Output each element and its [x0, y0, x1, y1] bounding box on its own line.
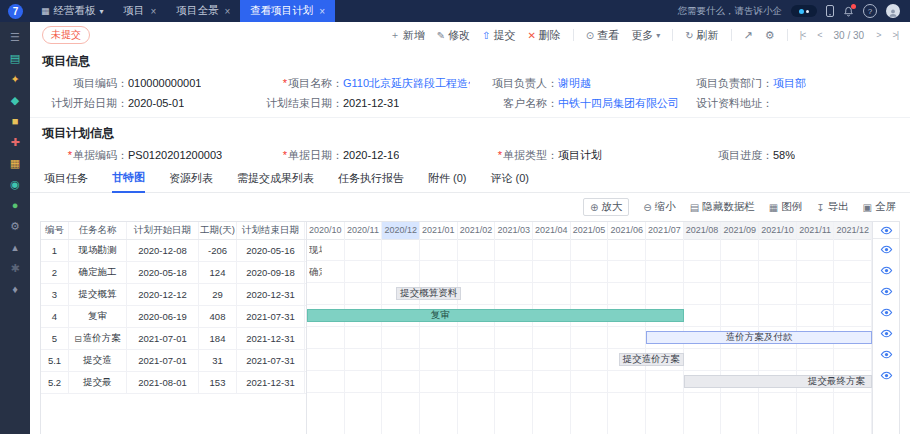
view-row-eye-icon[interactable] — [873, 239, 899, 260]
gantt-table-row[interactable]: 4复审2020-06-194082021-07-31 — [41, 306, 306, 328]
pager-prev-button[interactable]: < — [817, 30, 821, 40]
gantt-table-row[interactable]: 2确定施工2020-05-181242020-09-18 — [41, 262, 306, 284]
share-icon[interactable]: ↗ — [744, 29, 753, 42]
refresh-button[interactable]: ↻刷新 — [685, 28, 718, 43]
calendar-icon[interactable]: ▦ — [10, 158, 20, 169]
gantt-table-row[interactable]: 5⊟造价方案2021-07-011842021-12-31 — [41, 328, 306, 350]
legend-button[interactable]: ▦图例 — [769, 200, 802, 214]
power-icon[interactable]: ✱ — [10, 263, 19, 274]
menu-icon[interactable]: ☰ — [10, 32, 20, 43]
shield-icon[interactable]: ◆ — [11, 95, 19, 106]
gantt-row[interactable]: 复审 — [307, 305, 872, 327]
gantt-row[interactable]: 提交造价方案 — [307, 349, 872, 371]
help-icon[interactable]: ? — [863, 4, 877, 18]
close-icon[interactable]: × — [151, 6, 157, 17]
gantt-row[interactable]: 确定施工方案 — [307, 261, 872, 283]
field-value-link[interactable]: 中铁十四局集团有限公司 — [558, 96, 679, 111]
view-row-eye-icon[interactable] — [873, 302, 899, 323]
close-icon[interactable]: × — [319, 6, 325, 17]
gantt-bar[interactable]: 现场勘测 — [309, 244, 322, 257]
form-field: 计划结束日期：2021-12-31 — [255, 93, 470, 113]
tools-icon[interactable]: ♦ — [12, 284, 18, 295]
field-value-link[interactable]: 项目部 — [773, 76, 806, 91]
zoom-out-button[interactable]: ⊖缩小 — [643, 200, 675, 214]
report-icon[interactable]: ✦ — [10, 74, 19, 85]
field-value-link[interactable]: G110北京延庆路段工程造价项目 — [343, 76, 470, 91]
pager-next-button[interactable]: > — [876, 30, 880, 40]
tab-deliverables[interactable]: 需提交成果列表 — [237, 171, 314, 192]
tab-business-dashboard[interactable]: ▦经营看板▾ — [31, 0, 114, 22]
field-value: PS0120201200003 — [128, 149, 222, 161]
gantt-bar[interactable]: 提交概算资料 — [396, 287, 461, 300]
bell-icon[interactable] — [843, 6, 854, 17]
view-row-eye-icon[interactable] — [873, 281, 899, 302]
more-button[interactable]: 更多▾ — [631, 28, 660, 43]
message-icon[interactable]: ✚ — [10, 137, 19, 148]
view-button[interactable]: ⊙查看 — [586, 28, 619, 43]
fullscreen-button[interactable]: ▣全屏 — [863, 200, 896, 214]
package-icon[interactable]: ■ — [12, 116, 19, 127]
task-cell: 153 — [199, 372, 237, 393]
collapse-icon[interactable]: ⊟ — [74, 334, 82, 344]
delete-button[interactable]: ✕删除 — [527, 28, 560, 43]
export-button[interactable]: ↧导出 — [816, 200, 848, 214]
mobile-icon[interactable] — [826, 5, 834, 17]
task-cell: 5 — [41, 328, 69, 349]
gantt-table-row[interactable]: 1现场勘测2020-12-08-2062020-05-16 — [41, 240, 306, 262]
gantt-bar[interactable]: 确定施工方案 — [309, 266, 322, 279]
gantt-table-row[interactable]: 5.1提交造2021-07-01312021-07-31 — [41, 350, 306, 372]
tab-comments[interactable]: 评论 (0) — [491, 171, 530, 192]
divider — [731, 29, 732, 41]
gantt-bar[interactable]: 复审 — [307, 309, 684, 322]
settings-icon[interactable]: ⚙ — [10, 221, 20, 232]
month-header: 2021/09 — [721, 222, 759, 239]
form-field: 项目负责人：谢明越 — [470, 73, 685, 93]
field-value-link[interactable]: 谢明越 — [558, 76, 591, 91]
gantt-table-row[interactable]: 5.2提交最2021-08-011532021-12-31 — [41, 372, 306, 394]
tab-project[interactable]: 项目× — [114, 0, 167, 22]
hide-data-column-button[interactable]: ▤隐藏数据栏 — [690, 200, 755, 214]
apps-icon[interactable]: ◉ — [10, 179, 20, 190]
gantt-row[interactable]: 造价方案及付款 — [307, 327, 872, 349]
tab-gantt[interactable]: 甘特图 — [112, 170, 145, 193]
gantt-bar[interactable]: 造价方案及付款 — [646, 331, 872, 344]
edit-button[interactable]: ✎修改 — [437, 28, 470, 43]
field-label: 项目编码： — [40, 76, 128, 91]
app-logo[interactable]: 7 — [8, 4, 23, 19]
view-row-eye-icon[interactable] — [873, 323, 899, 344]
zoom-in-button[interactable]: ⊕放大 — [583, 198, 629, 216]
tab-project-panorama[interactable]: 项目全景× — [166, 0, 240, 22]
avatar[interactable] — [886, 4, 900, 18]
submit-button[interactable]: ⇧提交 — [482, 28, 515, 43]
task-name-cell: 提交造 — [69, 350, 127, 371]
add-button[interactable]: ＋新增 — [390, 28, 425, 43]
tab-project-tasks[interactable]: 项目任务 — [44, 171, 88, 192]
view-row-eye-icon[interactable] — [873, 260, 899, 281]
required-star: * — [68, 149, 72, 161]
refresh-icon: ↻ — [685, 30, 693, 41]
dashboard-icon[interactable]: ▤ — [10, 53, 20, 64]
gantt-row[interactable]: 现场勘测 — [307, 239, 872, 261]
view-row-eye-icon[interactable] — [873, 344, 899, 365]
gantt-bar[interactable]: 提交造价方案 — [619, 353, 684, 366]
leaf-icon[interactable]: ● — [12, 200, 19, 211]
assistant-icon[interactable] — [791, 5, 817, 17]
view-row-eye-icon[interactable] — [873, 365, 899, 386]
tab-execution-report[interactable]: 任务执行报告 — [338, 171, 404, 192]
assistant-hint[interactable]: 您需要什么，请告诉小企 — [678, 5, 783, 18]
assistant-dot2-icon — [806, 10, 809, 13]
gantt-row[interactable]: 提交概算资料 — [307, 283, 872, 305]
gantt-row[interactable]: 提交最终方案 — [307, 371, 872, 393]
section-title-project-info: 项目信息 — [30, 48, 910, 73]
pager-first-button[interactable]: |< — [800, 30, 806, 40]
chart-icon[interactable]: ▴ — [12, 242, 18, 253]
pager-last-button[interactable]: >| — [892, 30, 898, 40]
tab-attachments[interactable]: 附件 (0) — [428, 171, 467, 192]
settings-icon[interactable]: ⚙ — [765, 29, 775, 42]
tab-resource-list[interactable]: 资源列表 — [169, 171, 213, 192]
gantt-bar[interactable]: 提交最终方案 — [684, 375, 872, 388]
tab-view-project-plan[interactable]: 查看项目计划× — [240, 0, 335, 22]
task-cell: 2021-07-31 — [237, 306, 305, 327]
gantt-table-row[interactable]: 3提交概算2020-12-12292020-12-31 — [41, 284, 306, 306]
close-icon[interactable]: × — [224, 6, 230, 17]
